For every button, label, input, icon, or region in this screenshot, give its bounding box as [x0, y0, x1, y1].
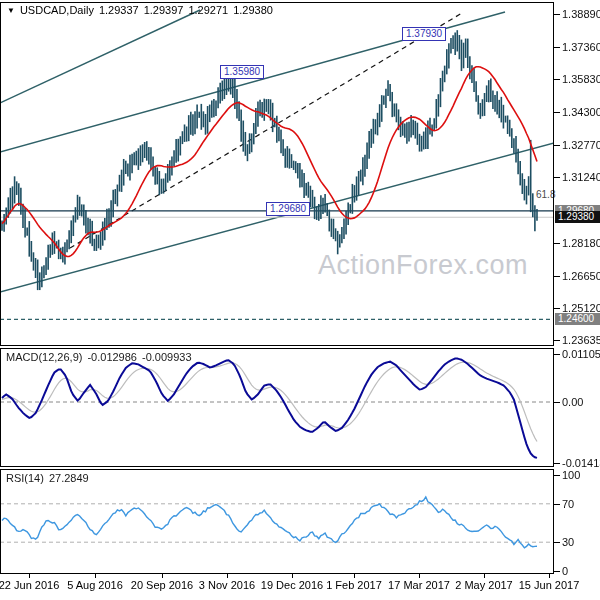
date-axis-label: 1 Feb 2017 [326, 579, 382, 591]
macd-axis-tick-label: 0.01105 [562, 348, 600, 360]
macd-axis-tick-label: -0.01413 [562, 457, 600, 469]
price-axis-tick-label: 1.37360 [562, 41, 600, 53]
date-axis-label: 22 Jun 2016 [0, 579, 59, 591]
macd-indicator-label: MACD(12,26,9)-0.012986-0.009933 [6, 351, 197, 363]
rsi-name: RSI(14) [6, 472, 44, 484]
symbol-marker-icon: ▼ [7, 6, 15, 15]
high-value: 1.29397 [144, 4, 184, 16]
price-axis-tick-label: 1.23635 [562, 334, 600, 346]
macd-panel[interactable] [0, 348, 554, 467]
low-value: 1.29271 [188, 4, 228, 16]
rsi-axis-tick-label: 0 [562, 565, 568, 577]
price-axis-tick-label: 1.32770 [562, 139, 600, 151]
open-value: 1.29337 [99, 4, 139, 16]
date-axis-label: 19 Dec 2016 [261, 579, 323, 591]
date-axis-label: 3 Nov 2016 [199, 579, 255, 591]
chart-window: ActionForex.com 61.8 ▼USDCAD,Daily1.2933… [0, 0, 600, 600]
date-axis-label: 15 Jun 2017 [519, 579, 580, 591]
rsi-indicator-label: RSI(14)27.2849 [6, 472, 94, 484]
price-level-box: 1.29680 [266, 202, 310, 216]
price-axis-tick-label: 1.38890 [562, 8, 600, 20]
symbol-name: USDCAD,Daily [20, 4, 94, 16]
price-level-box: 1.37930 [402, 27, 446, 41]
ohlc-header: ▼USDCAD,Daily1.293371.293971.292711.2938… [7, 4, 278, 16]
main-price-panel[interactable] [0, 2, 554, 346]
price-axis-tick-label: 1.34300 [562, 106, 600, 118]
price-axis-tick-label: 1.31240 [562, 171, 600, 183]
price-axis-badge: 1.29380 [555, 211, 600, 223]
rsi-axis-tick-label: 70 [562, 498, 574, 510]
date-axis-label: 5 Aug 2016 [67, 579, 123, 591]
macd-signal-value: -0.009933 [142, 351, 192, 363]
date-axis-label: 17 Mar 2017 [388, 579, 450, 591]
price-axis-badge: 1.24600 [555, 313, 600, 325]
date-axis-label: 20 Sep 2016 [131, 579, 193, 591]
date-axis-label: 2 May 2017 [455, 579, 512, 591]
rsi-axis-tick-label: 100 [562, 469, 580, 481]
close-value: 1.29380 [233, 4, 273, 16]
rsi-axis-tick-label: 30 [562, 536, 574, 548]
rsi-panel[interactable] [0, 469, 554, 574]
price-level-box: 1.35980 [220, 65, 264, 79]
price-axis-tick-label: 1.26650 [562, 270, 600, 282]
macd-name: MACD(12,26,9) [6, 351, 82, 363]
macd-main-value: -0.012986 [87, 351, 137, 363]
macd-axis-tick-label: 0.00 [562, 396, 583, 408]
price-axis-tick-label: 1.28180 [562, 237, 600, 249]
price-axis-tick-label: 1.35830 [562, 73, 600, 85]
rsi-value: 27.2849 [49, 472, 89, 484]
